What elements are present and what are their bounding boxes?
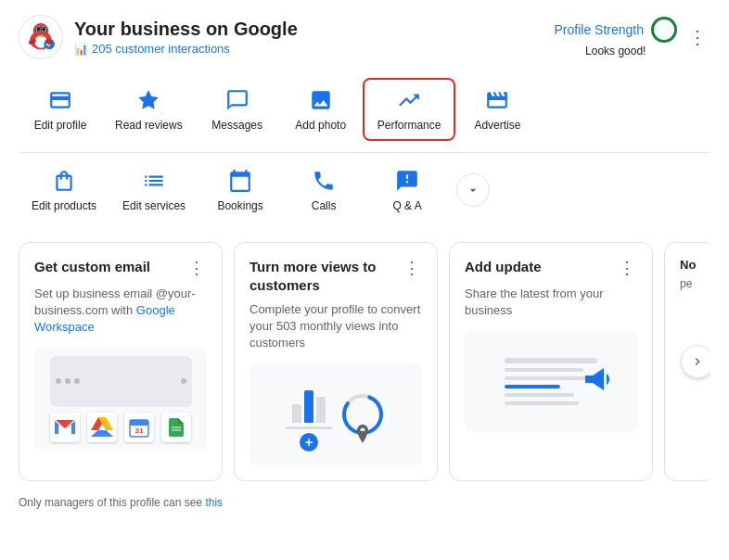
action-messages[interactable]: Messages (196, 80, 279, 139)
action-messages-label: Messages (211, 119, 262, 132)
more-options-button[interactable]: ⋮ (684, 22, 710, 52)
calendar-icon (227, 168, 253, 194)
card-custom-email-header: Get custom email ⋮ (34, 258, 207, 278)
cards-next-button[interactable] (681, 345, 710, 378)
svg-text:31: 31 (135, 426, 144, 435)
action-edit-services[interactable]: Edit services (109, 160, 198, 220)
bar-chart-icon: 📊 (74, 43, 88, 56)
actions-row-1: Edit profile Read reviews Messages Add p… (19, 78, 710, 153)
action-edit-profile-label: Edit profile (34, 119, 87, 132)
qa-icon (394, 168, 420, 194)
header: Your business on Google 📊 205 customer i… (19, 15, 710, 59)
shopping-bag-icon (51, 168, 77, 194)
trending-icon (396, 87, 422, 113)
header-left: Your business on Google 📊 205 customer i… (19, 15, 298, 59)
strength-circle (651, 17, 677, 43)
card-views-customers-header: Turn more views to customers ⋮ (249, 258, 422, 294)
action-performance-label: Performance (377, 119, 441, 132)
action-performance[interactable]: Performance (363, 78, 456, 141)
card-add-update-title: Add update (465, 258, 542, 276)
store-icon (47, 87, 73, 113)
action-calls-label: Calls (312, 199, 337, 212)
card-add-update-more[interactable]: ⋮ (617, 258, 637, 278)
action-edit-products-label: Edit products (32, 199, 96, 212)
card-partial-desc: pe (680, 277, 699, 290)
card-views-customers: Turn more views to customers ⋮ Complete … (234, 242, 438, 481)
action-edit-products[interactable]: Edit products (19, 160, 109, 220)
customer-interactions[interactable]: 📊 205 customer interactions (74, 42, 298, 56)
star-icon (135, 87, 161, 113)
card-custom-email-more[interactable]: ⋮ (186, 258, 207, 278)
svg-rect-16 (130, 420, 148, 426)
card-custom-email-title: Get custom email (34, 258, 150, 276)
card-views-customers-desc: Complete your profile to convert your 50… (249, 301, 422, 352)
profile-strength-label: Profile Strength (555, 22, 645, 37)
action-read-reviews[interactable]: Read reviews (102, 80, 196, 139)
action-bookings-label: Bookings (217, 199, 262, 212)
action-read-reviews-label: Read reviews (115, 119, 183, 132)
action-qa-label: Q & A (392, 199, 421, 212)
card-views-customers-more[interactable]: ⋮ (402, 258, 422, 278)
action-add-photo[interactable]: Add photo (279, 80, 363, 139)
action-edit-profile[interactable]: Edit profile (19, 80, 102, 139)
looks-good-text: Looks good! (585, 45, 646, 57)
header-text: Your business on Google 📊 205 customer i… (74, 19, 298, 56)
svg-point-7 (36, 28, 40, 32)
action-advertise-label: Advertise (474, 119, 520, 132)
action-advertise[interactable]: Advertise (455, 80, 539, 139)
card-custom-email-image: 31 (34, 348, 207, 450)
action-qa[interactable]: Q & A (365, 160, 449, 220)
card-views-customers-title: Turn more views to customers (249, 258, 402, 294)
phone-icon (311, 168, 337, 194)
footer: Only managers of this profile can see th… (19, 496, 710, 509)
expand-actions-button[interactable] (456, 173, 490, 207)
svg-point-8 (42, 28, 45, 32)
card-add-update: Add update ⋮ Share the latest from your … (449, 242, 653, 481)
action-bookings[interactable]: Bookings (198, 160, 282, 220)
card-add-update-desc: Share the latest from your business (465, 286, 637, 319)
google-workspace-link[interactable]: Google Workspace (34, 303, 175, 334)
header-right: Profile Strength Looks good! ⋮ (555, 17, 711, 57)
business-title: Your business on Google (74, 19, 298, 40)
business-avatar (19, 15, 63, 59)
interactions-count: 205 customer interactions (92, 42, 230, 56)
footer-text: Only managers of this profile can see (19, 496, 205, 509)
advertise-icon (484, 87, 510, 113)
footer-link[interactable]: this (205, 496, 223, 509)
action-edit-services-label: Edit services (122, 199, 185, 212)
card-custom-email-desc: Set up business email @your-business.com… (34, 286, 207, 337)
action-add-photo-label: Add photo (295, 119, 346, 132)
card-custom-email: Get custom email ⋮ Set up business email… (19, 242, 223, 481)
card-partial-title: No (680, 258, 696, 272)
cards-section: Get custom email ⋮ Set up business email… (19, 242, 710, 481)
actions-row-2: Edit products Edit services Bookings Cal… (19, 160, 710, 223)
card-add-update-image (465, 330, 637, 432)
action-calls[interactable]: Calls (282, 160, 365, 220)
card-add-update-header: Add update ⋮ (465, 258, 637, 278)
message-icon (224, 87, 250, 113)
list-icon (141, 168, 167, 194)
profile-strength: Profile Strength Looks good! (555, 17, 678, 57)
photo-icon (308, 87, 334, 113)
card-views-customers-image: + (249, 363, 422, 465)
